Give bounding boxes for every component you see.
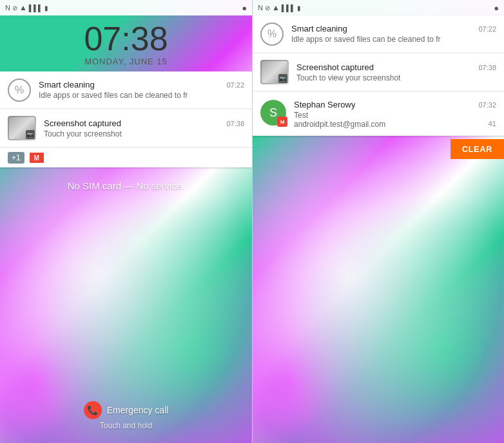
notif-header-email: Stephan Serowy 07:32 [294, 100, 496, 109]
notif-body-cleaning-r: Idle apps or saved files can be cleaned … [291, 35, 496, 44]
notification-screenshot[interactable]: 📷 Screenshot captured 07:38 Touch your s… [0, 109, 252, 147]
notif-count-email: 41 [489, 120, 496, 129]
screenshot-badge: 📷 [26, 130, 35, 139]
cleaning-icon-r: % [260, 23, 284, 46]
avatar-stephan: S M [260, 100, 286, 126]
notif-header-screenshot: Screenshot captured 07:38 [44, 118, 244, 128]
nfc-icon: N [5, 4, 10, 12]
screenshot-preview: 📷 [8, 116, 36, 140]
notif-body-screenshot: Touch your screenshot [44, 129, 244, 138]
lock-time: 07:38 [84, 22, 168, 55]
notif-content-screenshot-r: Screenshot captured 07:38 Touch to view … [296, 62, 496, 82]
gmail-badge: M [277, 117, 287, 127]
status-bar-right-icons: ● [242, 3, 247, 13]
status-bar-right: N ⊘ ▲ ▌▌▌ ▮ ● [253, 0, 504, 15]
notif-time-cleaning-r: 07:22 [478, 25, 496, 33]
notif-header-cleaning-r: Smart cleaning 07:22 [291, 24, 496, 33]
signal-bars-icon-r: ▌▌▌ [282, 5, 295, 12]
notif-content-cleaning-r: Smart cleaning 07:22 Idle apps or saved … [291, 24, 496, 44]
phone-glyph: 📞 [87, 405, 98, 415]
notif-time-screenshot: 07:38 [226, 120, 244, 127]
lock-clock: 07:38 MONDAY, JUNE 15 [0, 15, 252, 66]
percent-icon-r: % [267, 28, 276, 40]
percent-icon: % [15, 84, 24, 96]
notif-title-cleaning: Smart cleaning [39, 80, 95, 90]
notif-title-screenshot-r: Screenshot captured [296, 62, 374, 72]
nfc-icon-r: N [258, 4, 263, 12]
emergency-call-button[interactable]: 📞 Emergency call [84, 401, 169, 419]
user-icon: ● [242, 3, 247, 13]
right-phone-panel: N ⊘ ▲ ▌▌▌ ▮ ● % Smart cleaning 07:22 Idl… [252, 0, 504, 443]
notification-smart-cleaning-r[interactable]: % Smart cleaning 07:22 Idle apps or save… [253, 15, 504, 53]
notif-title-cleaning-r: Smart cleaning [291, 24, 347, 33]
gmail-icon: M [30, 153, 44, 163]
clear-button[interactable]: CLEAR [451, 139, 504, 159]
wallpaper-left [0, 0, 252, 443]
notif-sub-email: androidpit.test@gmail.com [294, 120, 385, 129]
avatar-letter: S [269, 106, 277, 120]
status-bar-right-left-icons: N ⊘ ▲ ▌▌▌ ▮ [258, 3, 301, 12]
notif-content-email: Stephan Serowy 07:32 Test androidpit.tes… [294, 100, 496, 129]
notif-body-cleaning: Idle apps or saved files can be cleaned … [39, 91, 244, 100]
notification-panel-left: % Smart cleaning 07:22 Idle apps or save… [0, 71, 252, 167]
screenshot-preview-r: 📷 [260, 60, 289, 84]
emergency-call-area[interactable]: 📞 Emergency call Touch and hold [84, 401, 169, 430]
battery-icon: ▮ [44, 5, 48, 12]
expanded-notification-panel: % Smart cleaning 07:22 Idle apps or save… [253, 15, 504, 136]
notif-body-email-row: Test [294, 111, 496, 120]
cleaning-icon: % [8, 79, 31, 102]
notif-header-cleaning: Smart cleaning 07:22 [39, 80, 244, 90]
screenshot-badge-r: 📷 [278, 74, 287, 83]
no-sim-message: No SIM card — No service. [0, 167, 252, 198]
status-bar-left: N ⊘ ▲ ▌▌▌ ▮ ● [0, 0, 252, 15]
wifi-icon: ▲ [19, 3, 27, 12]
notification-email[interactable]: S M Stephan Serowy 07:32 Test androidpit… [253, 92, 504, 136]
notif-sub-row: androidpit.test@gmail.com 41 [294, 120, 496, 129]
emergency-label: Emergency call [107, 405, 169, 415]
notif-title-email: Stephan Serowy [294, 100, 355, 109]
battery-icon-r: ▮ [297, 5, 301, 12]
notif-header-screenshot-r: Screenshot captured 07:38 [296, 62, 496, 72]
screenshot-thumb-icon-r: 📷 [260, 60, 289, 84]
plus-one-badge: +1 [8, 152, 24, 164]
notification-smart-cleaning[interactable]: % Smart cleaning 07:22 Idle apps or save… [0, 71, 252, 109]
notif-content-screenshot: Screenshot captured 07:38 Touch your scr… [44, 118, 244, 138]
user-icon-r: ● [494, 3, 499, 13]
block-icon: ⊘ [12, 5, 17, 12]
signal-bars-icon: ▌▌▌ [29, 5, 43, 12]
wifi-icon-r: ▲ [272, 3, 280, 12]
notif-time-cleaning: 07:22 [226, 81, 244, 89]
notif-title-screenshot: Screenshot captured [44, 118, 121, 128]
left-phone-panel: N ⊘ ▲ ▌▌▌ ▮ ● 07:38 MONDAY, JUNE 15 % Sm… [0, 0, 252, 443]
notif-time-email: 07:32 [478, 101, 496, 109]
notification-screenshot-r[interactable]: 📷 Screenshot captured 07:38 Touch to vie… [253, 53, 504, 91]
notif-body-screenshot-r: Touch to view your screenshot [296, 73, 496, 82]
emergency-sublabel: Touch and hold [100, 421, 152, 430]
notif-body-email: Test [294, 111, 308, 120]
screenshot-thumb-icon: 📷 [8, 116, 36, 140]
status-bar-left-icons: N ⊘ ▲ ▌▌▌ ▮ [5, 3, 48, 12]
block-icon-r: ⊘ [265, 5, 270, 12]
notif-time-screenshot-r: 07:38 [478, 64, 496, 71]
lock-date: MONDAY, JUNE 15 [84, 57, 168, 66]
phone-icon: 📞 [84, 401, 102, 419]
notification-bottom-strip: +1 M [0, 147, 252, 167]
notif-content-cleaning: Smart cleaning 07:22 Idle apps or saved … [39, 80, 244, 100]
status-bar-right-right-icons: ● [494, 3, 499, 13]
